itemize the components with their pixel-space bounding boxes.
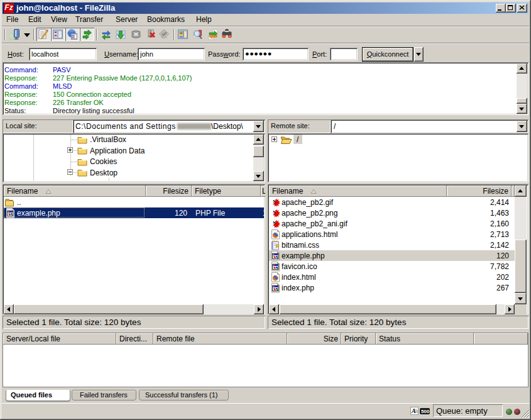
- svg-text:500: 500: [421, 409, 430, 414]
- svg-text:A: A: [411, 407, 416, 414]
